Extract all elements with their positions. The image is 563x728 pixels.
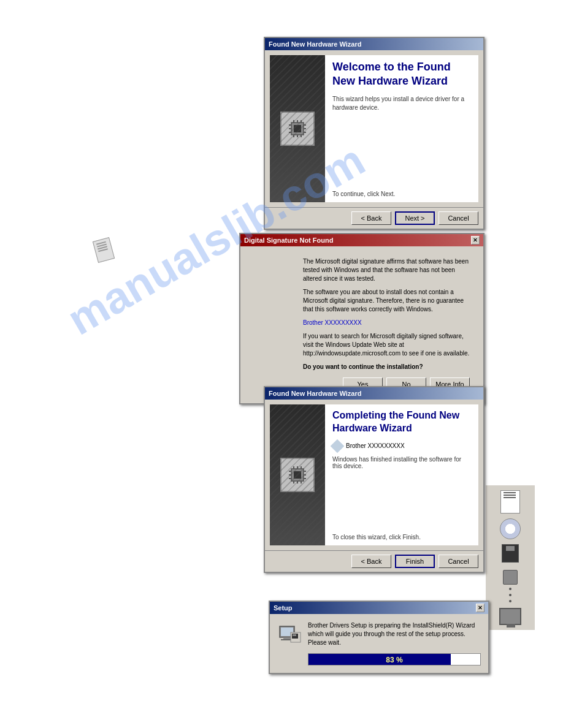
document-icon — [500, 490, 520, 514]
dialog1-titlebar: Found New Hardware Wizard — [265, 38, 483, 50]
dialog2-title: Digital Signature Not Found — [244, 237, 333, 244]
dialog3-content: Completing the Found New Hardware Wizard… — [325, 404, 478, 545]
dialog4-titlebar: Setup ✕ — [270, 602, 488, 614]
dialog3-heading: Completing the Found New Hardware Wizard — [332, 409, 471, 435]
dialog2-content: The Microsoft digital signature affirms … — [296, 252, 477, 397]
dialog2-close-button[interactable]: ✕ — [471, 236, 480, 245]
dialog1-footer: < Back Next > Cancel — [265, 207, 483, 229]
dialog1-next-button[interactable]: Next > — [395, 211, 435, 225]
dialog3-body: Completing the Found New Hardware Wizard… — [265, 400, 483, 550]
dialog3-back-button[interactable]: < Back — [351, 555, 391, 568]
digital-signature-dialog: Digital Signature Not Found ✕ The Micros… — [239, 233, 484, 404]
dialog1-heading: Welcome to the Found New Hardware Wizard — [332, 60, 471, 89]
dialog3-cancel-button[interactable]: Cancel — [439, 555, 478, 568]
dialog3-completion-text: Windows has finished installing the soft… — [332, 456, 471, 469]
dialog2-body: The Microsoft digital signature affirms … — [240, 246, 483, 403]
dialog4-body: Brother Drivers Setup is preparing the I… — [270, 614, 488, 673]
dialog2-para2: The software you are about to install do… — [303, 288, 470, 314]
dialog1-body-text: This wizard helps you install a device d… — [332, 95, 471, 112]
completing-hardware-wizard-dialog: Found New Hardware Wizard — [264, 386, 484, 573]
dialog1-back-button[interactable]: < Back — [351, 211, 391, 225]
dialog3-device-name: Brother XXXXXXXXX — [346, 442, 405, 449]
dialog3-finish-text: To close this wizard, click Finish. — [332, 534, 471, 540]
server-icon — [503, 570, 518, 585]
dialog1-body: Welcome to the Found New Hardware Wizard… — [265, 50, 483, 207]
dialog2-question: Do you want to continue the installation… — [303, 363, 470, 371]
dialog3-device-row: Brother XXXXXXXXX — [332, 441, 471, 451]
diagonal-bg2 — [270, 404, 325, 545]
floppy-icon — [502, 544, 519, 563]
dialog3-left-panel — [270, 404, 325, 545]
setup-icon — [277, 621, 302, 646]
setup-dialog: Setup ✕ Brother Drivers Setup is prepari… — [269, 601, 489, 674]
monitor-icon — [499, 608, 521, 625]
dialog2-titlebar: Digital Signature Not Found ✕ — [240, 234, 483, 246]
diagonal-bg — [270, 55, 325, 202]
dialog1-continue-text: To continue, click Next. — [332, 191, 471, 197]
svg-rect-34 — [293, 634, 296, 636]
dialog1-title: Found New Hardware Wizard — [269, 40, 361, 48]
diamond-icon — [331, 439, 345, 453]
progress-bar-container: 83 % — [308, 653, 481, 665]
found-hardware-wizard-dialog: Found New Hardware Wizard — [264, 37, 484, 230]
svg-rect-30 — [283, 637, 291, 639]
paper-icon — [93, 237, 115, 263]
dialog1-left-panel — [270, 55, 325, 202]
dialog3-finish-button[interactable]: Finish — [395, 555, 435, 568]
dialog3-titlebar: Found New Hardware Wizard — [265, 387, 483, 400]
dialog3-title: Found New Hardware Wizard — [269, 390, 361, 397]
progress-label: 83 % — [308, 654, 480, 665]
dialog2-icon-panel — [486, 485, 535, 630]
dialog4-body-text: Brother Drivers Setup is preparing the I… — [308, 621, 481, 647]
install-icons-group — [499, 570, 521, 625]
dialog4-close-button[interactable]: ✕ — [476, 604, 484, 612]
cd-icon — [500, 518, 521, 539]
dialog1-content: Welcome to the Found New Hardware Wizard… — [325, 55, 478, 202]
dot1 — [509, 588, 511, 590]
dialog3-footer: < Back Finish Cancel — [265, 550, 483, 572]
dot2 — [509, 594, 511, 596]
dialog4-title: Setup — [274, 604, 293, 612]
setup-svg-icon — [277, 621, 302, 646]
dialog2-para1: The Microsoft digital signature affirms … — [303, 257, 470, 283]
dot3 — [509, 600, 511, 602]
dialog2-para3: If you want to search for Microsoft digi… — [303, 332, 470, 358]
dialog2-device-name: Brother XXXXXXXXX — [303, 319, 470, 327]
dialog4-text-area: Brother Drivers Setup is preparing the I… — [308, 621, 481, 665]
dialog1-cancel-button[interactable]: Cancel — [439, 211, 478, 225]
